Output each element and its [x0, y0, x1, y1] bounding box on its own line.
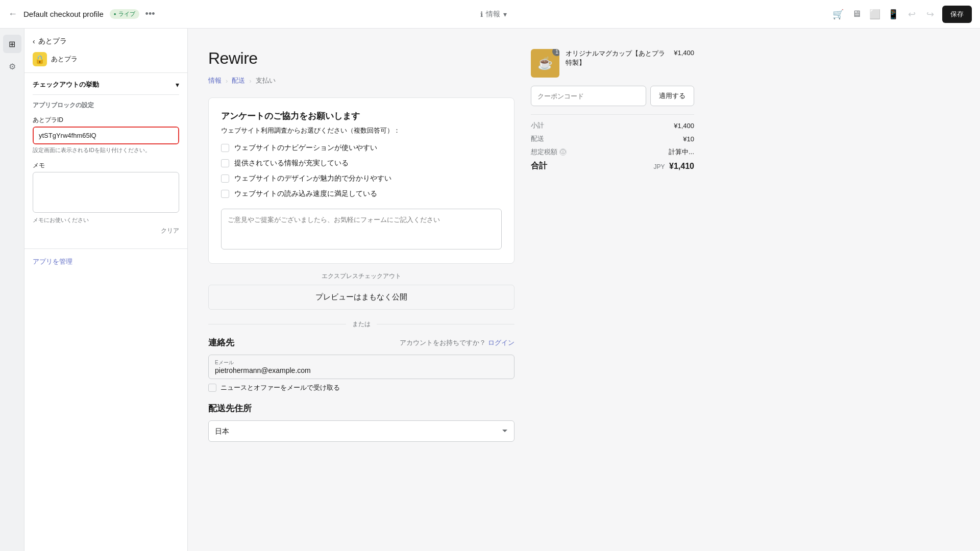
more-menu-button[interactable]: •••: [145, 9, 155, 19]
survey-option-label-2: 提供されている情報が充実している: [234, 159, 349, 168]
manage-app-link[interactable]: アプリを管理: [24, 249, 187, 274]
tax-info-icon: ⓘ: [559, 148, 567, 156]
survey-option-2: 提供されている情報が充実している: [221, 159, 502, 168]
info-icon: ℹ: [480, 10, 483, 18]
chevron-down-icon: ▾: [176, 81, 179, 89]
main-content: Rewire 情報 › 配送 › 支払い アンケートのご協力をお願いします ウェ…: [188, 29, 980, 551]
memo-textarea[interactable]: [33, 172, 179, 213]
back-button[interactable]: ←: [8, 9, 17, 19]
order-item-name: オリジナルマグカップ【あとプラ特製】: [566, 49, 668, 67]
sidebar-app-row: 🔒 あとプラ: [33, 50, 179, 68]
mobile-icon[interactable]: 📱: [887, 9, 899, 20]
memo-field: メモ メモにお使いください クリア: [33, 161, 179, 235]
survey-title: アンケートのご協力をお願いします: [221, 110, 502, 122]
breadcrumb-sep-1: ›: [226, 77, 228, 85]
subtotal-row: 小計 ¥1,400: [531, 121, 694, 130]
settings-icon-tab[interactable]: ⚙: [3, 57, 21, 76]
subtotal-label: 小計: [531, 121, 544, 130]
order-item-badge: 1: [552, 49, 559, 56]
item-image-icon: ☕: [537, 56, 553, 70]
main-layout: ⊞ ⚙ ‹ あとプラ 🔒 あとプラ チェックアウトの挙動 ▾ アプリブロックの設…: [0, 29, 980, 551]
contact-title: 連絡先: [208, 337, 234, 348]
preview-button[interactable]: プレビューはまもなく公開: [208, 285, 514, 310]
layout-icon-tab[interactable]: ⊞: [3, 35, 21, 53]
email-value: pietrohermann@example.com: [215, 366, 311, 374]
newsletter-row: ニュースとオファーをメールで受け取る: [208, 383, 514, 392]
sidebar: ‹ あとプラ 🔒 あとプラ チェックアウトの挙動 ▾ アプリブロックの設定 あと…: [24, 29, 188, 551]
order-item-image: ☕ 1: [531, 49, 559, 78]
sidebar-icon-tabs: ⊞ ⚙: [0, 29, 24, 551]
breadcrumb-info[interactable]: 情報: [208, 76, 222, 85]
country-select[interactable]: 日本: [208, 420, 514, 442]
breadcrumb-sep-2: ›: [249, 77, 251, 85]
checkout-area: Rewire 情報 › 配送 › 支払い アンケートのご協力をお願いします ウェ…: [208, 49, 514, 531]
checkout-behavior-section: チェックアウトの挙動 ▾: [24, 73, 187, 95]
total-label: 合計: [531, 161, 547, 171]
subtotal-value: ¥1,400: [674, 122, 694, 130]
app-icon: 🔒: [33, 52, 47, 66]
survey-checkbox-2[interactable]: [221, 159, 229, 167]
page-title: Default checkout profile: [23, 10, 104, 18]
order-item-details: オリジナルマグカップ【あとプラ特製】: [566, 49, 668, 67]
order-summary: ☕ 1 オリジナルマグカップ【あとプラ特製】 ¥1,400 適用する 小計 ¥1…: [531, 49, 694, 531]
highlight-wrapper: [33, 127, 179, 144]
chevron-down-icon: ▾: [503, 10, 507, 18]
shipping-value: ¥10: [683, 135, 694, 143]
order-item: ☕ 1 オリジナルマグカップ【あとプラ特製】 ¥1,400: [531, 49, 694, 78]
login-link[interactable]: ログイン: [488, 339, 514, 346]
survey-textarea[interactable]: [221, 209, 502, 249]
atobura-id-input[interactable]: [34, 128, 178, 143]
survey-option-4: ウェブサイトの読み込み速度に満足している: [221, 189, 502, 198]
order-totals: 小計 ¥1,400 配送 ¥10 想定税額 ⓘ 計算中... 合計: [531, 114, 694, 171]
topbar-actions: 🛒 🖥 ⬜ 📱 ↩ ↪ 保存: [832, 6, 972, 23]
save-button[interactable]: 保存: [942, 6, 972, 23]
cart-icon[interactable]: 🛒: [832, 9, 844, 20]
express-checkout-label: エクスプレスチェックアウト: [208, 272, 514, 281]
tax-label: 想定税額 ⓘ: [531, 147, 567, 157]
total-value: JPY ¥1,410: [654, 162, 694, 171]
coupon-input[interactable]: [531, 86, 646, 106]
sidebar-back-link[interactable]: ‹ あとプラ: [33, 37, 179, 46]
survey-subtitle: ウェブサイト利用調査からお選びください（複数回答可）：: [221, 126, 502, 135]
checkout-behavior-header[interactable]: チェックアウトの挙動 ▾: [33, 73, 179, 95]
info-label: 情報: [486, 10, 500, 19]
survey-option-label-3: ウェブサイトのデザインが魅力的で分かりやすい: [234, 174, 391, 183]
shipping-address-title: 配送先住所: [208, 403, 514, 414]
tax-row: 想定税額 ⓘ 計算中...: [531, 147, 694, 157]
survey-option-1: ウェブサイトのナビゲーションが使いやすい: [221, 143, 502, 153]
shipping-row: 配送 ¥10: [531, 134, 694, 143]
email-field[interactable]: Eメール pietrohermann@example.com: [208, 355, 514, 379]
survey-option-label-4: ウェブサイトの読み込み速度に満足している: [234, 189, 377, 198]
clear-button[interactable]: クリア: [33, 227, 179, 235]
info-dropdown[interactable]: ℹ 情報 ▾: [161, 10, 826, 19]
breadcrumb: 情報 › 配送 › 支払い: [208, 76, 514, 85]
survey-checkbox-1[interactable]: [221, 144, 229, 152]
memo-hint: メモにお使いください: [33, 216, 179, 224]
survey-card: アンケートのご協力をお願いします ウェブサイト利用調査からお選びください（複数回…: [208, 97, 514, 264]
atobura-id-label: あとプラID: [33, 116, 179, 124]
chevron-left-icon: ‹: [33, 37, 35, 45]
atobura-id-field: あとプラID 設定画面に表示されるIDを貼り付けください。: [33, 116, 179, 154]
monitor-icon[interactable]: 🖥: [850, 9, 863, 19]
redo-icon[interactable]: ↪: [924, 9, 936, 20]
shipping-label: 配送: [531, 134, 544, 143]
newsletter-checkbox[interactable]: [208, 384, 216, 392]
app-name: あとプラ: [51, 55, 78, 64]
breadcrumb-shipping[interactable]: 配送: [232, 76, 245, 85]
newsletter-label: ニュースとオファーをメールで受け取る: [220, 383, 340, 392]
sidebar-back-label: あとプラ: [38, 37, 67, 46]
app-block-settings: アプリブロックの設定 あとプラID 設定画面に表示されるIDを貼り付けください。…: [24, 95, 187, 249]
atobura-id-hint: 設定画面に表示されるIDを貼り付けください。: [33, 146, 179, 154]
breadcrumb-payment: 支払い: [256, 76, 276, 85]
tablet-icon[interactable]: ⬜: [869, 9, 881, 20]
contact-header: 連絡先 アカウントをお持ちですか？ ログイン: [208, 337, 514, 348]
sidebar-nav: ‹ あとプラ 🔒 あとプラ: [24, 29, 187, 73]
total-amount: ¥1,410: [669, 162, 694, 170]
memo-label: メモ: [33, 161, 179, 170]
survey-option-label-1: ウェブサイトのナビゲーションが使いやすい: [234, 143, 377, 153]
apply-coupon-button[interactable]: 適用する: [650, 86, 694, 106]
undo-icon[interactable]: ↩: [905, 9, 918, 20]
survey-checkbox-3[interactable]: [221, 174, 229, 183]
survey-checkbox-4[interactable]: [221, 190, 229, 198]
or-divider: または: [208, 320, 514, 329]
